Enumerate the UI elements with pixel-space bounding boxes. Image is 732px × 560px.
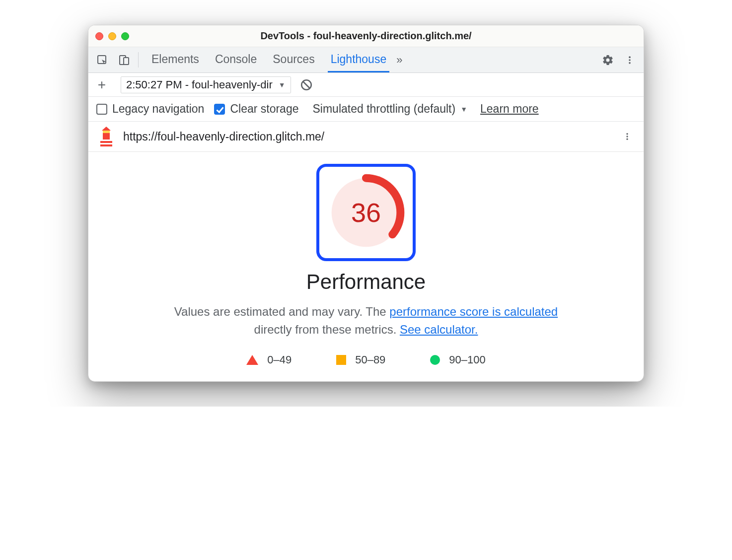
score-description: Values are estimated and may vary. The p… <box>162 303 570 339</box>
svg-marker-13 <box>102 127 111 131</box>
zoom-window-button[interactable] <box>121 32 129 40</box>
lighthouse-icon <box>97 127 115 146</box>
report-url: https://foul-heavenly-direction.glitch.m… <box>123 130 615 143</box>
tab-elements[interactable]: Elements <box>148 47 202 72</box>
throttling-selector[interactable]: Simulated throttling (default) ▼ <box>313 102 468 116</box>
clear-reports-icon[interactable] <box>300 78 313 91</box>
more-options-icon[interactable] <box>619 55 641 65</box>
square-icon <box>336 355 346 365</box>
legend-avg-label: 50–89 <box>355 353 385 366</box>
legend-pass: 90–100 <box>430 353 485 366</box>
titlebar: DevTools - foul-heavenly-direction.glitc… <box>88 25 644 47</box>
score-calc-link[interactable]: performance score is calculated <box>389 305 558 318</box>
legend-fail: 0–49 <box>246 353 292 366</box>
inspect-element-icon[interactable] <box>91 47 113 72</box>
new-report-button[interactable]: + <box>93 77 110 93</box>
see-calculator-link[interactable]: See calculator. <box>400 323 478 336</box>
legend-pass-label: 90–100 <box>449 353 485 366</box>
legend-fail-label: 0–49 <box>267 353 292 366</box>
tab-sources[interactable]: Sources <box>270 47 317 72</box>
circle-icon <box>430 355 440 365</box>
svg-rect-10 <box>100 143 112 144</box>
divider <box>138 52 139 68</box>
lighthouse-toolbar: + 2:50:27 PM - foul-heavenly-dir ▼ <box>88 73 644 97</box>
report-header: https://foul-heavenly-direction.glitch.m… <box>88 122 644 152</box>
legend-average: 50–89 <box>336 353 385 366</box>
checkbox-unchecked-icon[interactable] <box>96 104 107 115</box>
throttling-label: Simulated throttling (default) <box>313 102 456 116</box>
tab-lighthouse[interactable]: Lighthouse <box>328 47 390 72</box>
clear-storage-label: Clear storage <box>230 102 298 116</box>
svg-point-14 <box>626 133 628 135</box>
legacy-navigation-option[interactable]: Legacy navigation <box>96 102 204 116</box>
svg-rect-11 <box>103 133 110 140</box>
svg-point-4 <box>629 59 631 61</box>
window-title: DevTools - foul-heavenly-direction.glitc… <box>88 30 644 42</box>
panel-tabs: Elements Console Sources Lighthouse <box>142 47 389 72</box>
checkbox-checked-icon[interactable] <box>214 104 225 115</box>
svg-line-7 <box>303 81 309 88</box>
report-menu-icon[interactable] <box>623 131 635 142</box>
category-title: Performance <box>108 270 624 294</box>
minimize-window-button[interactable] <box>108 32 116 40</box>
svg-point-16 <box>626 139 628 140</box>
svg-point-15 <box>626 136 628 137</box>
legacy-navigation-label: Legacy navigation <box>112 102 204 116</box>
triangle-icon <box>246 355 258 365</box>
desc-text: directly from these metrics. <box>254 323 400 336</box>
report-selector-label: 2:50:27 PM - foul-heavenly-dir <box>126 78 273 91</box>
more-tabs-button[interactable]: » <box>389 47 409 72</box>
close-window-button[interactable] <box>95 32 103 40</box>
performance-gauge[interactable]: 36 <box>326 173 406 252</box>
learn-more-link[interactable]: Learn more <box>480 102 539 116</box>
clear-storage-option[interactable]: Clear storage <box>214 102 298 116</box>
chevron-down-icon: ▼ <box>460 105 467 113</box>
desc-text: Values are estimated and may vary. The <box>174 305 390 318</box>
devtools-window: DevTools - foul-heavenly-direction.glitc… <box>88 25 644 382</box>
svg-rect-9 <box>100 140 112 141</box>
performance-score-value: 36 <box>326 173 406 252</box>
chevron-down-icon: ▼ <box>279 81 286 89</box>
svg-point-5 <box>629 62 631 64</box>
settings-gear-icon[interactable] <box>597 54 619 66</box>
lighthouse-options-bar: Legacy navigation Clear storage Simulate… <box>88 97 644 122</box>
tab-console[interactable]: Console <box>212 47 260 72</box>
device-toolbar-icon[interactable] <box>113 47 135 72</box>
svg-rect-12 <box>103 131 110 133</box>
svg-rect-2 <box>124 58 129 65</box>
window-controls <box>95 32 129 40</box>
report-body: 36 Performance Values are estimated and … <box>88 152 644 381</box>
svg-point-3 <box>629 56 631 58</box>
report-selector[interactable]: 2:50:27 PM - foul-heavenly-dir ▼ <box>121 76 291 93</box>
score-legend: 0–49 50–89 90–100 <box>108 353 624 366</box>
devtools-tabstrip: Elements Console Sources Lighthouse » <box>88 47 644 73</box>
score-highlight-box: 36 <box>316 164 416 261</box>
